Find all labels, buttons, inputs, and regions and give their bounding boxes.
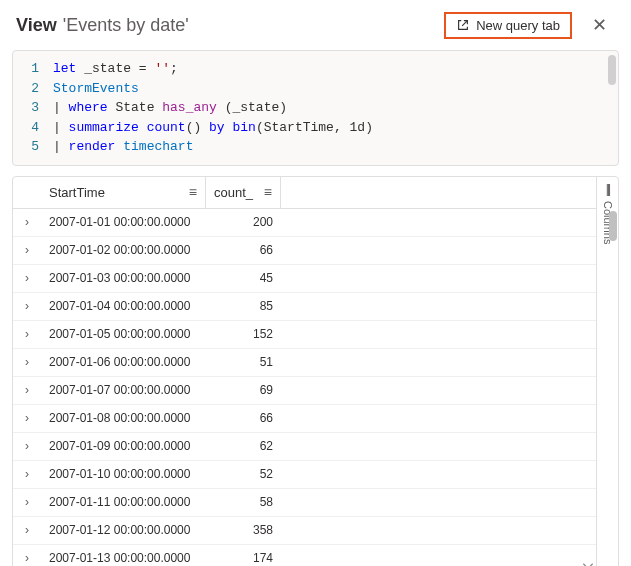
code-line: 5| render timechart [13,137,618,157]
results-grid: StartTime ≡ count_ ≡ ›2007-01-01 00:00:0… [13,177,596,567]
cell-starttime: 2007-01-01 00:00:00.0000 [41,215,206,229]
cell-count: 45 [206,271,281,285]
line-number: 4 [13,118,53,138]
line-number: 3 [13,98,53,118]
panel-header: View 'Events by date' New query tab ✕ [0,0,631,50]
columns-sidebar[interactable]: ||| Columns [596,177,618,567]
cell-starttime: 2007-01-08 00:00:00.0000 [41,411,206,425]
grid-scrollbar[interactable] [609,211,617,241]
column-header-starttime[interactable]: StartTime ≡ [41,177,206,208]
cell-starttime: 2007-01-04 00:00:00.0000 [41,299,206,313]
code-text: StormEvents [53,79,139,99]
table-row[interactable]: ›2007-01-11 00:00:00.000058 [13,489,596,517]
header-subtitle: 'Events by date' [63,15,189,36]
cell-count: 200 [206,215,281,229]
table-row[interactable]: ›2007-01-03 00:00:00.000045 [13,265,596,293]
code-text: | where State has_any (_state) [53,98,287,118]
code-text: | summarize count() by bin(StartTime, 1d… [53,118,373,138]
line-number: 1 [13,59,53,79]
table-row[interactable]: ›2007-01-07 00:00:00.000069 [13,377,596,405]
expand-row-icon[interactable]: › [13,523,41,537]
expand-row-icon[interactable]: › [13,551,41,565]
results-panel: StartTime ≡ count_ ≡ ›2007-01-01 00:00:0… [12,176,619,567]
code-line: 2StormEvents [13,79,618,99]
table-row[interactable]: ›2007-01-08 00:00:00.000066 [13,405,596,433]
cell-count: 66 [206,243,281,257]
table-row[interactable]: ›2007-01-05 00:00:00.0000152 [13,321,596,349]
columns-icon: ||| [606,183,609,195]
cell-starttime: 2007-01-10 00:00:00.0000 [41,467,206,481]
column-menu-icon[interactable]: ≡ [264,184,272,200]
code-text: | render timechart [53,137,193,157]
table-row[interactable]: ›2007-01-04 00:00:00.000085 [13,293,596,321]
cell-starttime: 2007-01-06 00:00:00.0000 [41,355,206,369]
table-row[interactable]: ›2007-01-13 00:00:00.0000174 [13,545,596,567]
code-line: 4| summarize count() by bin(StartTime, 1… [13,118,618,138]
cell-starttime: 2007-01-09 00:00:00.0000 [41,439,206,453]
cell-starttime: 2007-01-12 00:00:00.0000 [41,523,206,537]
cell-count: 52 [206,467,281,481]
expand-row-icon[interactable]: › [13,439,41,453]
cell-count: 69 [206,383,281,397]
cell-count: 174 [206,551,281,565]
cell-starttime: 2007-01-07 00:00:00.0000 [41,383,206,397]
code-text: let _state = ''; [53,59,178,79]
cell-starttime: 2007-01-13 00:00:00.0000 [41,551,206,565]
cell-count: 358 [206,523,281,537]
column-header-count[interactable]: count_ ≡ [206,177,281,208]
expand-row-icon[interactable]: › [13,467,41,481]
expand-row-icon[interactable]: › [13,495,41,509]
expand-row-icon[interactable]: › [13,383,41,397]
cell-count: 51 [206,355,281,369]
expand-row-icon[interactable]: › [13,243,41,257]
table-row[interactable]: ›2007-01-02 00:00:00.000066 [13,237,596,265]
cell-starttime: 2007-01-11 00:00:00.0000 [41,495,206,509]
table-row[interactable]: ›2007-01-12 00:00:00.0000358 [13,517,596,545]
cell-starttime: 2007-01-03 00:00:00.0000 [41,271,206,285]
open-external-icon [456,18,470,32]
query-editor[interactable]: 1let _state = '';2StormEvents3| where St… [12,50,619,166]
expand-row-icon[interactable]: › [13,411,41,425]
column-menu-icon[interactable]: ≡ [189,184,197,200]
new-query-tab-button[interactable]: New query tab [444,12,572,39]
table-row[interactable]: ›2007-01-10 00:00:00.000052 [13,461,596,489]
code-line: 1let _state = ''; [13,59,618,79]
code-line: 3| where State has_any (_state) [13,98,618,118]
grid-body[interactable]: ›2007-01-01 00:00:00.0000200›2007-01-02 … [13,209,596,567]
cell-count: 85 [206,299,281,313]
table-row[interactable]: ›2007-01-09 00:00:00.000062 [13,433,596,461]
cell-count: 152 [206,327,281,341]
expand-row-icon[interactable]: › [13,299,41,313]
new-query-tab-label: New query tab [476,18,560,33]
expand-row-icon[interactable]: › [13,271,41,285]
table-row[interactable]: ›2007-01-06 00:00:00.000051 [13,349,596,377]
close-icon: ✕ [592,15,607,35]
line-number: 2 [13,79,53,99]
cell-starttime: 2007-01-05 00:00:00.0000 [41,327,206,341]
cell-starttime: 2007-01-02 00:00:00.0000 [41,243,206,257]
close-button[interactable]: ✕ [584,10,615,40]
grid-header: StartTime ≡ count_ ≡ [13,177,596,209]
cell-count: 66 [206,411,281,425]
expand-row-icon[interactable]: › [13,215,41,229]
editor-scrollbar[interactable] [608,55,616,85]
table-row[interactable]: ›2007-01-01 00:00:00.0000200 [13,209,596,237]
expand-row-icon[interactable]: › [13,327,41,341]
line-number: 5 [13,137,53,157]
expand-row-icon[interactable]: › [13,355,41,369]
cell-count: 62 [206,439,281,453]
cell-count: 58 [206,495,281,509]
header-title: View [16,15,57,36]
